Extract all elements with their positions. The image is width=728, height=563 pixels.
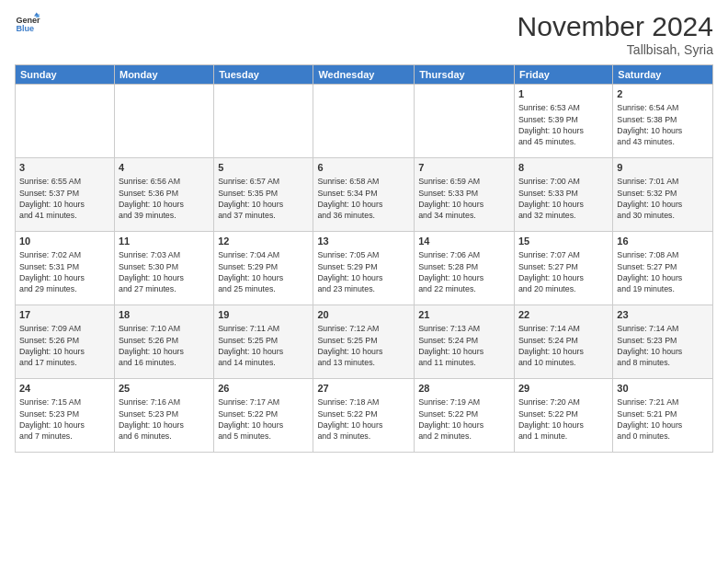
day-number: 17 (19, 308, 110, 322)
calendar-cell: 13Sunrise: 7:05 AM Sunset: 5:29 PM Dayli… (313, 232, 415, 305)
calendar-week-3: 10Sunrise: 7:02 AM Sunset: 5:31 PM Dayli… (16, 232, 713, 305)
calendar-cell: 28Sunrise: 7:19 AM Sunset: 5:22 PM Dayli… (415, 379, 515, 453)
page-header: General Blue November 2024 Tallbisah, Sy… (15, 11, 713, 57)
day-info: Sunrise: 7:15 AM Sunset: 5:23 PM Dayligh… (19, 396, 110, 442)
day-number: 25 (119, 382, 210, 396)
calendar-cell (214, 85, 313, 158)
day-info: Sunrise: 7:19 AM Sunset: 5:22 PM Dayligh… (418, 396, 510, 442)
calendar-cell: 10Sunrise: 7:02 AM Sunset: 5:31 PM Dayli… (16, 232, 115, 305)
calendar-cell: 20Sunrise: 7:12 AM Sunset: 5:25 PM Dayli… (313, 305, 415, 379)
day-info: Sunrise: 7:10 AM Sunset: 5:26 PM Dayligh… (119, 323, 210, 368)
day-number: 1 (518, 87, 609, 101)
day-number: 12 (218, 235, 309, 248)
day-number: 10 (19, 235, 110, 248)
col-header-friday: Friday (514, 65, 612, 85)
day-number: 29 (518, 382, 609, 396)
col-header-monday: Monday (114, 65, 213, 85)
col-header-tuesday: Tuesday (214, 65, 313, 85)
day-number: 3 (19, 161, 110, 175)
calendar-header: SundayMondayTuesdayWednesdayThursdayFrid… (16, 65, 713, 85)
calendar-cell: 12Sunrise: 7:04 AM Sunset: 5:29 PM Dayli… (214, 232, 313, 305)
day-number: 18 (119, 308, 210, 322)
day-number: 4 (119, 161, 210, 175)
day-info: Sunrise: 7:18 AM Sunset: 5:22 PM Dayligh… (317, 396, 410, 442)
day-info: Sunrise: 7:11 AM Sunset: 5:25 PM Dayligh… (218, 323, 309, 368)
calendar-cell: 19Sunrise: 7:11 AM Sunset: 5:25 PM Dayli… (214, 305, 313, 379)
day-info: Sunrise: 7:05 AM Sunset: 5:29 PM Dayligh… (317, 249, 410, 294)
calendar-cell: 18Sunrise: 7:10 AM Sunset: 5:26 PM Dayli… (114, 305, 213, 379)
day-number: 27 (317, 382, 410, 396)
calendar-cell: 17Sunrise: 7:09 AM Sunset: 5:26 PM Dayli… (16, 305, 115, 379)
day-number: 2 (617, 87, 709, 101)
day-number: 9 (617, 161, 709, 175)
col-header-saturday: Saturday (613, 65, 713, 85)
day-info: Sunrise: 7:16 AM Sunset: 5:23 PM Dayligh… (119, 396, 210, 442)
day-info: Sunrise: 7:00 AM Sunset: 5:33 PM Dayligh… (518, 176, 609, 221)
calendar-cell: 6Sunrise: 6:58 AM Sunset: 5:34 PM Daylig… (313, 158, 415, 232)
day-info: Sunrise: 7:08 AM Sunset: 5:27 PM Dayligh… (617, 249, 709, 294)
day-info: Sunrise: 6:54 AM Sunset: 5:38 PM Dayligh… (617, 102, 709, 147)
day-info: Sunrise: 6:55 AM Sunset: 5:37 PM Dayligh… (19, 176, 110, 221)
day-info: Sunrise: 6:57 AM Sunset: 5:35 PM Dayligh… (218, 176, 309, 221)
calendar-cell: 7Sunrise: 6:59 AM Sunset: 5:33 PM Daylig… (415, 158, 515, 232)
calendar-week-2: 3Sunrise: 6:55 AM Sunset: 5:37 PM Daylig… (16, 158, 713, 232)
day-info: Sunrise: 7:07 AM Sunset: 5:27 PM Dayligh… (518, 249, 609, 294)
calendar-cell: 8Sunrise: 7:00 AM Sunset: 5:33 PM Daylig… (514, 158, 612, 232)
calendar-week-1: 1Sunrise: 6:53 AM Sunset: 5:39 PM Daylig… (16, 85, 713, 158)
day-number: 15 (518, 235, 609, 248)
day-number: 30 (617, 382, 709, 396)
calendar-table: SundayMondayTuesdayWednesdayThursdayFrid… (15, 64, 713, 453)
title-block: November 2024 Tallbisah, Syria (518, 11, 713, 57)
calendar-week-5: 24Sunrise: 7:15 AM Sunset: 5:23 PM Dayli… (16, 379, 713, 453)
col-header-sunday: Sunday (16, 65, 115, 85)
day-info: Sunrise: 7:14 AM Sunset: 5:23 PM Dayligh… (617, 323, 709, 368)
calendar-cell: 24Sunrise: 7:15 AM Sunset: 5:23 PM Dayli… (16, 379, 115, 453)
svg-text:Blue: Blue (16, 24, 34, 33)
calendar-cell: 16Sunrise: 7:08 AM Sunset: 5:27 PM Dayli… (613, 232, 713, 305)
day-info: Sunrise: 7:03 AM Sunset: 5:30 PM Dayligh… (119, 249, 210, 294)
day-number: 8 (518, 161, 609, 175)
day-info: Sunrise: 7:01 AM Sunset: 5:32 PM Dayligh… (617, 176, 709, 221)
day-number: 19 (218, 308, 309, 322)
day-number: 6 (317, 161, 410, 175)
calendar-cell (16, 85, 115, 158)
day-number: 16 (617, 235, 709, 248)
col-header-wednesday: Wednesday (313, 65, 415, 85)
calendar-cell: 30Sunrise: 7:21 AM Sunset: 5:21 PM Dayli… (613, 379, 713, 453)
calendar-week-4: 17Sunrise: 7:09 AM Sunset: 5:26 PM Dayli… (16, 305, 713, 379)
day-info: Sunrise: 7:20 AM Sunset: 5:22 PM Dayligh… (518, 396, 609, 442)
calendar-cell: 1Sunrise: 6:53 AM Sunset: 5:39 PM Daylig… (514, 85, 612, 158)
logo-icon: General Blue (15, 11, 40, 37)
calendar-cell: 3Sunrise: 6:55 AM Sunset: 5:37 PM Daylig… (16, 158, 115, 232)
day-info: Sunrise: 7:02 AM Sunset: 5:31 PM Dayligh… (19, 249, 110, 294)
location-title: Tallbisah, Syria (518, 42, 713, 57)
calendar-cell: 15Sunrise: 7:07 AM Sunset: 5:27 PM Dayli… (514, 232, 612, 305)
day-info: Sunrise: 7:21 AM Sunset: 5:21 PM Dayligh… (617, 396, 709, 442)
day-number: 24 (19, 382, 110, 396)
calendar-cell: 14Sunrise: 7:06 AM Sunset: 5:28 PM Dayli… (415, 232, 515, 305)
day-info: Sunrise: 6:56 AM Sunset: 5:36 PM Dayligh… (119, 176, 210, 221)
day-info: Sunrise: 7:17 AM Sunset: 5:22 PM Dayligh… (218, 396, 309, 442)
logo: General Blue (15, 11, 40, 37)
calendar-cell: 23Sunrise: 7:14 AM Sunset: 5:23 PM Dayli… (613, 305, 713, 379)
day-info: Sunrise: 6:58 AM Sunset: 5:34 PM Dayligh… (317, 176, 410, 221)
col-header-thursday: Thursday (415, 65, 515, 85)
calendar-cell: 9Sunrise: 7:01 AM Sunset: 5:32 PM Daylig… (613, 158, 713, 232)
day-info: Sunrise: 7:09 AM Sunset: 5:26 PM Dayligh… (19, 323, 110, 368)
day-number: 20 (317, 308, 410, 322)
day-number: 13 (317, 235, 410, 248)
day-info: Sunrise: 6:59 AM Sunset: 5:33 PM Dayligh… (418, 176, 510, 221)
day-number: 22 (518, 308, 609, 322)
calendar-cell: 21Sunrise: 7:13 AM Sunset: 5:24 PM Dayli… (415, 305, 515, 379)
day-number: 21 (418, 308, 510, 322)
calendar-cell: 22Sunrise: 7:14 AM Sunset: 5:24 PM Dayli… (514, 305, 612, 379)
day-number: 28 (418, 382, 510, 396)
day-number: 5 (218, 161, 309, 175)
month-title: November 2024 (518, 11, 713, 42)
day-number: 23 (617, 308, 709, 322)
calendar-cell (415, 85, 515, 158)
calendar-cell: 5Sunrise: 6:57 AM Sunset: 5:35 PM Daylig… (214, 158, 313, 232)
day-info: Sunrise: 7:04 AM Sunset: 5:29 PM Dayligh… (218, 249, 309, 294)
calendar-cell: 11Sunrise: 7:03 AM Sunset: 5:30 PM Dayli… (114, 232, 213, 305)
calendar-cell: 25Sunrise: 7:16 AM Sunset: 5:23 PM Dayli… (114, 379, 213, 453)
